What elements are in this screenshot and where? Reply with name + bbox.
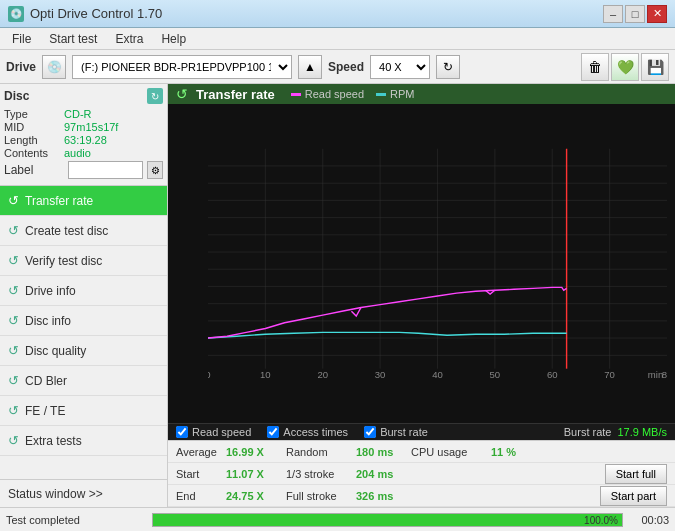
- close-button[interactable]: ✕: [647, 5, 667, 23]
- menu-file[interactable]: File: [4, 30, 39, 48]
- disc-length-val: 63:19.28: [64, 134, 107, 146]
- menu-extra[interactable]: Extra: [107, 30, 151, 48]
- nav-transfer-rate[interactable]: ↺ Transfer rate: [0, 186, 167, 216]
- info-button[interactable]: 💚: [611, 53, 639, 81]
- disc-contents-row: Contents audio: [4, 147, 163, 159]
- nav-disc-quality[interactable]: ↺ Disc quality: [0, 336, 167, 366]
- stat-onethird-key: 1/3 stroke: [286, 468, 356, 480]
- nav-fe-te-label: FE / TE: [25, 404, 65, 418]
- nav-verify-test-disc[interactable]: ↺ Verify test disc: [0, 246, 167, 276]
- nav-extra-tests-icon: ↺: [8, 433, 19, 448]
- disc-type-val: CD-R: [64, 108, 92, 120]
- disc-label-settings-btn[interactable]: ⚙: [147, 161, 163, 179]
- stat-start-val: 11.07 X: [226, 468, 286, 480]
- disc-contents-key: Contents: [4, 147, 64, 159]
- sidebar: Disc ↻ Type CD-R MID 97m15s17f Length 63…: [0, 84, 168, 507]
- nav-create-test-disc[interactable]: ↺ Create test disc: [0, 216, 167, 246]
- nav-create-test-disc-icon: ↺: [8, 223, 19, 238]
- maximize-button[interactable]: □: [625, 5, 645, 23]
- checkbox-read-speed[interactable]: Read speed: [176, 426, 251, 438]
- stat-random-key: Random: [286, 446, 356, 458]
- title-bar: 💿 Opti Drive Control 1.70 – □ ✕: [0, 0, 675, 28]
- erase-button[interactable]: 🗑: [581, 53, 609, 81]
- legend-read-speed: Read speed: [291, 88, 364, 100]
- drive-up-btn[interactable]: ▲: [298, 55, 322, 79]
- disc-label-input[interactable]: [68, 161, 143, 179]
- drive-select[interactable]: (F:) PIONEER BDR-PR1EPDVPP100 1.01: [72, 55, 292, 79]
- nav-create-test-disc-label: Create test disc: [25, 224, 108, 238]
- nav-transfer-rate-label: Transfer rate: [25, 194, 93, 208]
- status-text: Test completed: [6, 514, 146, 526]
- disc-mid-val: 97m15s17f: [64, 121, 118, 133]
- nav-drive-info[interactable]: ↺ Drive info: [0, 276, 167, 306]
- main-layout: Disc ↻ Type CD-R MID 97m15s17f Length 63…: [0, 84, 675, 507]
- status-window-button[interactable]: Status window >>: [0, 479, 167, 507]
- legend-rpm-label: RPM: [390, 88, 414, 100]
- status-window-label: Status window >>: [8, 487, 103, 501]
- disc-contents-val: audio: [64, 147, 91, 159]
- speed-refresh-btn[interactable]: ↻: [436, 55, 460, 79]
- checkbox-access-times-input[interactable]: [267, 426, 279, 438]
- disc-title: Disc: [4, 89, 29, 103]
- stat-end-val: 24.75 X: [226, 490, 286, 502]
- checkbox-burst-rate[interactable]: Burst rate: [364, 426, 428, 438]
- checkbox-burst-rate-input[interactable]: [364, 426, 376, 438]
- nav-verify-test-disc-icon: ↺: [8, 253, 19, 268]
- legend-rpm-dot: [376, 93, 386, 96]
- minimize-button[interactable]: –: [603, 5, 623, 23]
- nav-disc-info-label: Disc info: [25, 314, 71, 328]
- svg-text:0: 0: [208, 369, 211, 380]
- nav-disc-quality-label: Disc quality: [25, 344, 86, 358]
- checkbox-read-speed-input[interactable]: [176, 426, 188, 438]
- legend-read-speed-dot: [291, 93, 301, 96]
- nav-cd-bler[interactable]: ↺ CD Bler: [0, 366, 167, 396]
- progress-percent: 100.0%: [584, 514, 618, 525]
- nav-extra-tests[interactable]: ↺ Extra tests: [0, 426, 167, 456]
- svg-text:min: min: [648, 369, 663, 380]
- svg-text:20: 20: [317, 369, 328, 380]
- chart-svg: 52 X 48 X 44 X 40 X 36 X 32 X 28 X 24 X …: [208, 108, 667, 419]
- disc-refresh-button[interactable]: ↻: [147, 88, 163, 104]
- chart-header-icon: ↺: [176, 86, 188, 102]
- stats-row-average: Average 16.99 X Random 180 ms CPU usage …: [168, 441, 675, 463]
- nav-fe-te-icon: ↺: [8, 403, 19, 418]
- menu-help[interactable]: Help: [153, 30, 194, 48]
- nav-transfer-rate-icon: ↺: [8, 193, 19, 208]
- nav-drive-info-label: Drive info: [25, 284, 76, 298]
- nav-items: ↺ Transfer rate ↺ Create test disc ↺ Ver…: [0, 186, 167, 479]
- nav-verify-test-disc-label: Verify test disc: [25, 254, 102, 268]
- disc-type-key: Type: [4, 108, 64, 120]
- speed-select[interactable]: 40 X: [370, 55, 430, 79]
- menu-start-test[interactable]: Start test: [41, 30, 105, 48]
- drive-icon-btn[interactable]: 💿: [42, 55, 66, 79]
- stats-row-start: Start 11.07 X 1/3 stroke 204 ms Start fu…: [168, 463, 675, 485]
- nav-disc-info[interactable]: ↺ Disc info: [0, 306, 167, 336]
- burst-rate-value: 17.9 MB/s: [617, 426, 667, 438]
- checkbox-burst-rate-label: Burst rate: [380, 426, 428, 438]
- menu-bar: File Start test Extra Help: [0, 28, 675, 50]
- drive-bar: Drive 💿 (F:) PIONEER BDR-PR1EPDVPP100 1.…: [0, 50, 675, 84]
- stat-onethird-val: 204 ms: [356, 468, 411, 480]
- content-area: ↺ Transfer rate Read speed RPM: [168, 84, 675, 507]
- svg-text:30: 30: [375, 369, 386, 380]
- status-bar: Test completed 100.0% 00:03: [0, 507, 675, 531]
- progress-bar-fill: [153, 514, 622, 526]
- nav-disc-quality-icon: ↺: [8, 343, 19, 358]
- disc-type-row: Type CD-R: [4, 108, 163, 120]
- stat-random-val: 180 ms: [356, 446, 411, 458]
- start-part-button[interactable]: Start part: [600, 486, 667, 506]
- stat-fullstroke-key: Full stroke: [286, 490, 356, 502]
- nav-fe-te[interactable]: ↺ FE / TE: [0, 396, 167, 426]
- stat-cpu-key: CPU usage: [411, 446, 491, 458]
- status-time: 00:03: [629, 514, 669, 526]
- start-full-button[interactable]: Start full: [605, 464, 667, 484]
- disc-mid-row: MID 97m15s17f: [4, 121, 163, 133]
- stat-cpu-val: 11 %: [491, 446, 541, 458]
- stat-start-key: Start: [176, 468, 226, 480]
- chart-area: 52 X 48 X 44 X 40 X 36 X 32 X 28 X 24 X …: [168, 104, 675, 423]
- stats-area: Average 16.99 X Random 180 ms CPU usage …: [168, 440, 675, 507]
- nav-cd-bler-label: CD Bler: [25, 374, 67, 388]
- checkbox-access-times[interactable]: Access times: [267, 426, 348, 438]
- save-button[interactable]: 💾: [641, 53, 669, 81]
- drive-label: Drive: [6, 60, 36, 74]
